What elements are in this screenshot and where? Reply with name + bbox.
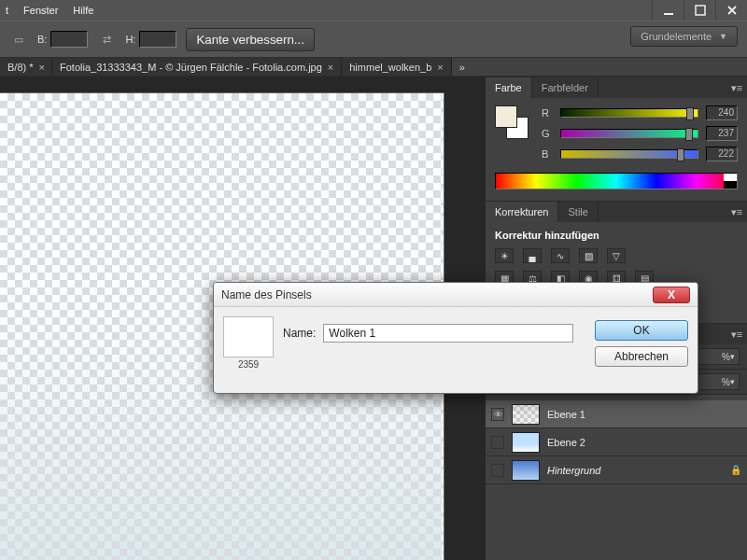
brush-size-label: 2359 [223, 359, 274, 370]
minimize-button[interactable] [652, 0, 684, 21]
menu-hilfe[interactable]: Hilfe [73, 5, 93, 16]
color-panel: Farbe Farbfelder ▾≡ R 240 G 237 [486, 77, 747, 201]
width-label: B: [37, 34, 47, 45]
brush-name-dialog: Name des Pinsels X 2359 Name: OK Abbrech… [213, 282, 698, 394]
curves-icon[interactable]: ∿ [551, 248, 570, 263]
tabs-overflow[interactable]: » [452, 58, 472, 76]
panel-menu-icon[interactable]: ▾≡ [726, 77, 747, 98]
b-slider[interactable] [560, 149, 698, 159]
document-tabs: B/8) * × Fotolia_31333343_M - © Jürgen F… [0, 58, 747, 77]
doc-tab-label: B/8) * [7, 62, 34, 73]
b-value[interactable]: 222 [706, 147, 738, 161]
g-value[interactable]: 237 [706, 126, 738, 141]
tab-korrekturen[interactable]: Korrekturen [486, 202, 558, 222]
b-label: B [542, 148, 553, 160]
color-swatches[interactable] [495, 105, 532, 143]
brush-name-input[interactable] [323, 324, 573, 343]
layer-row[interactable]: Hintergrund 🔒 [486, 456, 747, 484]
menu-fenster[interactable]: Fenster [23, 5, 58, 16]
visibility-toggle[interactable]: 👁 [491, 408, 504, 421]
r-slider[interactable] [560, 108, 698, 118]
tab-farbfelder[interactable]: Farbfelder [532, 77, 599, 98]
close-icon[interactable]: × [328, 62, 333, 73]
panel-menu-icon[interactable]: ▾≡ [726, 202, 747, 222]
width-field[interactable] [50, 31, 88, 48]
workspace-dropdown[interactable]: Grundelemente ▼ [630, 26, 738, 47]
doc-tab-2[interactable]: himmel_wolken_b × [342, 58, 451, 76]
cancel-button[interactable]: Abbrechen [595, 346, 688, 367]
doc-tab-label: Fotolia_31333343_M - © Jürgen Fälchle - … [60, 62, 322, 73]
height-field[interactable] [139, 31, 176, 48]
layer-name[interactable]: Ebene 1 [547, 409, 741, 420]
visibility-toggle[interactable] [491, 464, 504, 477]
doc-tab-label: himmel_wolken_b [349, 62, 431, 73]
tab-stile[interactable]: Stile [558, 202, 598, 222]
layer-row[interactable]: 👁 Ebene 1 [486, 400, 747, 428]
close-icon[interactable]: × [437, 62, 443, 73]
panel-menu-icon[interactable]: ▾≡ [726, 324, 747, 344]
levels-icon[interactable]: ▄ [523, 248, 542, 263]
brightness-icon[interactable]: ☀ [495, 248, 514, 263]
layer-thumb[interactable] [512, 404, 540, 425]
layer-name[interactable]: Hintergrund [547, 465, 723, 476]
brush-thumb [223, 316, 274, 357]
chevron-down-icon: ▼ [719, 32, 727, 41]
fg-swatch[interactable] [495, 105, 517, 128]
main-menubar: t Fenster Hilfe [0, 0, 747, 21]
doc-tab-0[interactable]: B/8) * × [0, 58, 52, 76]
add-adjustment-label: Korrektur hinzufügen [495, 230, 738, 241]
menu-trunc[interactable]: t [6, 5, 8, 16]
g-slider[interactable] [560, 129, 698, 138]
r-label: R [542, 107, 553, 119]
close-icon[interactable]: × [39, 62, 45, 73]
layer-row[interactable]: Ebene 2 [486, 428, 747, 456]
swap-icon[interactable]: ⇄ [97, 30, 116, 49]
maximize-button[interactable] [684, 0, 715, 21]
visibility-toggle[interactable] [491, 436, 504, 449]
exposure-icon[interactable]: ▨ [579, 248, 598, 263]
layer-name[interactable]: Ebene 2 [547, 437, 741, 448]
vibrance-icon[interactable]: ▽ [607, 248, 626, 263]
dialog-title-label: Name des Pinsels [221, 288, 312, 301]
dialog-close-button[interactable]: X [653, 287, 690, 303]
window-controls [652, 0, 747, 21]
dialog-titlebar[interactable]: Name des Pinsels X [214, 283, 698, 307]
name-label: Name: [283, 327, 316, 340]
height-label: H: [125, 34, 135, 45]
spectrum-picker[interactable] [495, 173, 738, 189]
g-label: G [542, 128, 553, 139]
tab-farbe[interactable]: Farbe [486, 77, 532, 98]
ok-button[interactable]: OK [595, 320, 688, 341]
lock-icon: 🔒 [730, 465, 741, 475]
close-button[interactable] [715, 0, 747, 21]
r-value[interactable]: 240 [706, 105, 738, 120]
refine-edge-button[interactable]: Kante verbessern... [186, 28, 315, 51]
workspace-label: Grundelemente [641, 31, 712, 42]
layer-thumb[interactable] [512, 460, 540, 481]
brush-preview: 2359 [223, 316, 274, 370]
doc-tab-1[interactable]: Fotolia_31333343_M - © Jürgen Fälchle - … [52, 58, 342, 76]
options-bar: ▭ B: ⇄ H: Kante verbessern... Grundeleme… [0, 21, 747, 58]
svg-rect-0 [664, 13, 673, 15]
layer-thumb[interactable] [512, 432, 540, 453]
ratio-icon[interactable]: ▭ [9, 30, 28, 49]
svg-rect-1 [696, 6, 705, 15]
